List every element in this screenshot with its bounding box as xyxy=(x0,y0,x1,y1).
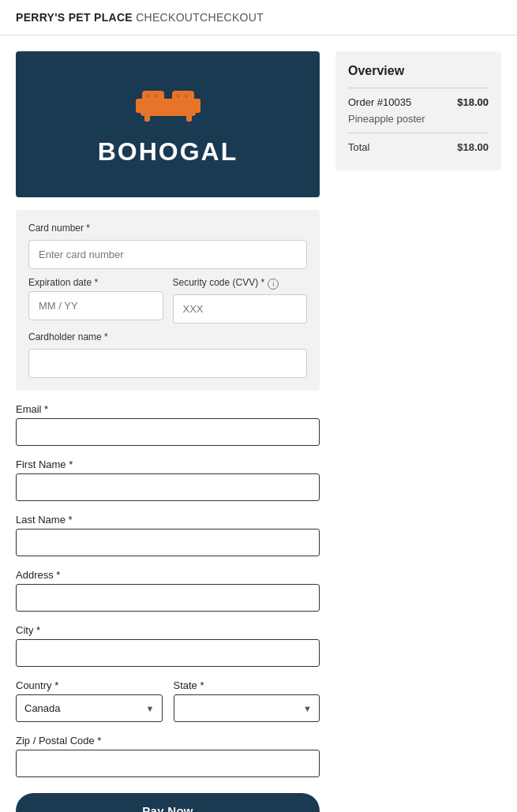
email-field: Email * xyxy=(16,403,320,446)
overview-divider-top xyxy=(348,88,489,88)
state-field: State * Alberta British Columbia Ontario… xyxy=(174,679,320,722)
brand-banner: BOHOGAL xyxy=(16,51,320,197)
overview-divider-bottom xyxy=(348,133,489,133)
lastname-label: Last Name * xyxy=(16,514,320,526)
pay-now-button[interactable]: Pay Now xyxy=(16,793,320,812)
city-label: City * xyxy=(16,624,320,636)
city-input[interactable] xyxy=(16,639,320,667)
cvv-col: Security code (CVV) * i xyxy=(173,277,308,324)
overview-product-name: Pineapple poster xyxy=(348,113,489,125)
address-label: Address * xyxy=(16,569,320,581)
overview-total-amount: $18.00 xyxy=(457,141,489,153)
brand-name: BOHOGAL xyxy=(98,137,238,167)
store-name: PERRY'S PET PLACE xyxy=(16,11,133,24)
svg-rect-1 xyxy=(142,91,164,103)
cvv-label-row: Security code (CVV) * i xyxy=(173,277,308,291)
overview-panel: Overview Order #10035 $18.00 Pineapple p… xyxy=(335,51,501,170)
svg-rect-6 xyxy=(186,114,192,122)
svg-point-8 xyxy=(155,95,158,98)
lastname-field: Last Name * xyxy=(16,514,320,556)
lastname-input[interactable] xyxy=(16,529,320,556)
email-label: Email * xyxy=(16,403,320,415)
card-number-label: Card number * xyxy=(28,223,307,234)
firstname-input[interactable] xyxy=(16,473,320,501)
overview-total-row: Total $18.00 xyxy=(348,141,489,153)
page-label: CHECKOUT xyxy=(136,11,200,24)
svg-point-10 xyxy=(185,95,188,98)
checkout-label: CHECKOUT xyxy=(200,11,264,24)
state-select-wrapper: Alberta British Columbia Ontario Quebec … xyxy=(174,694,320,722)
expiry-input[interactable] xyxy=(28,291,163,320)
svg-point-7 xyxy=(147,95,150,98)
zip-input[interactable] xyxy=(16,750,320,777)
state-label: State * xyxy=(174,679,320,691)
expiry-col: Expiration date * xyxy=(28,277,163,320)
cvv-info-icon[interactable]: i xyxy=(268,279,279,290)
expiry-label: Expiration date * xyxy=(28,277,163,288)
country-select-wrapper: Canada United States United Kingdom Aust… xyxy=(16,694,163,722)
cvv-input[interactable] xyxy=(173,294,308,324)
overview-total-label: Total xyxy=(348,141,369,153)
page-header: PERRY'S PET PLACE CHECKOUTCHECKOUT xyxy=(0,0,517,36)
svg-rect-3 xyxy=(136,99,144,113)
svg-rect-4 xyxy=(193,99,200,113)
svg-point-9 xyxy=(177,95,180,98)
left-column: BOHOGAL Card number * Expiration date * … xyxy=(16,51,320,812)
overview-order-row: Order #10035 $18.00 xyxy=(348,96,489,108)
country-field: Country * Canada United States United Ki… xyxy=(16,679,163,722)
address-input[interactable] xyxy=(16,584,320,612)
expiry-cvv-row: Expiration date * Security code (CVV) * … xyxy=(28,277,307,324)
overview-order-label: Order #10035 xyxy=(348,96,411,108)
couch-icon xyxy=(133,83,204,129)
right-column: Overview Order #10035 $18.00 Pineapple p… xyxy=(335,51,501,812)
cardholder-field: Cardholder name * xyxy=(28,331,307,378)
zip-label: Zip / Postal Code * xyxy=(16,735,320,747)
country-select[interactable]: Canada United States United Kingdom Aust… xyxy=(16,694,163,722)
email-input[interactable] xyxy=(16,418,320,446)
card-section: Card number * Expiration date * Security… xyxy=(16,210,320,391)
country-label: Country * xyxy=(16,679,163,691)
firstname-field: First Name * xyxy=(16,458,320,501)
address-field: Address * xyxy=(16,569,320,612)
card-number-input[interactable] xyxy=(28,240,307,269)
overview-order-amount: $18.00 xyxy=(457,96,489,108)
cvv-label: Security code (CVV) * xyxy=(173,277,265,288)
zip-field: Zip / Postal Code * xyxy=(16,735,320,777)
svg-rect-2 xyxy=(172,91,194,103)
overview-title: Overview xyxy=(348,64,489,78)
city-field: City * xyxy=(16,624,320,667)
firstname-label: First Name * xyxy=(16,458,320,470)
state-select[interactable]: Alberta British Columbia Ontario Quebec xyxy=(174,694,320,722)
svg-rect-5 xyxy=(144,114,150,122)
cardholder-label: Cardholder name * xyxy=(28,331,307,342)
card-number-field: Card number * xyxy=(28,223,307,269)
cardholder-input[interactable] xyxy=(28,349,307,378)
country-state-row: Country * Canada United States United Ki… xyxy=(16,679,320,722)
